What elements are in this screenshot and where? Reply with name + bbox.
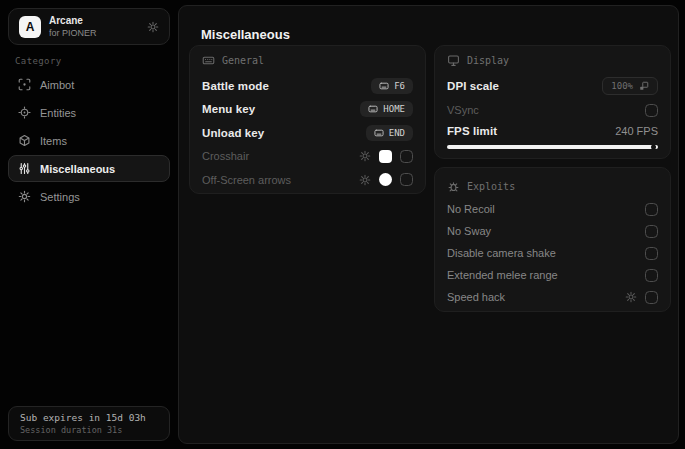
vsync-label: VSync bbox=[447, 104, 479, 116]
extended-melee-range-checkbox[interactable] bbox=[645, 269, 658, 282]
sidebar-item-label: Entities bbox=[40, 107, 76, 119]
sidebar-item-items[interactable]: Items bbox=[8, 127, 170, 154]
speed-hack-row: Speed hack bbox=[447, 286, 658, 308]
no-recoil-checkbox[interactable] bbox=[645, 203, 658, 216]
offscreen-arrows-color-swatch[interactable] bbox=[379, 173, 392, 186]
offscreen-arrows-row: Off-Screen arrows bbox=[202, 168, 413, 192]
display-card-header: Display bbox=[447, 46, 658, 74]
bug-icon bbox=[447, 180, 460, 193]
sidebar-item-label: Miscellaneous bbox=[40, 163, 115, 175]
keybind-value: END bbox=[389, 128, 405, 138]
gear-icon[interactable] bbox=[359, 174, 371, 186]
vsync-row: VSync bbox=[447, 98, 658, 122]
fps-limit-label: FPS limit bbox=[447, 125, 497, 137]
page-title: Miscellaneous bbox=[201, 27, 290, 42]
crosshair-label: Crosshair bbox=[202, 150, 249, 162]
no-recoil-row: No Recoil bbox=[447, 198, 658, 220]
gear-icon[interactable] bbox=[147, 21, 159, 33]
dpi-scale-row: DPI scale 100% bbox=[447, 74, 658, 98]
slider-knob[interactable] bbox=[651, 145, 656, 150]
display-card: Display DPI scale 100% VSync FPS bbox=[434, 45, 671, 159]
battle-mode-row: Battle mode F6 bbox=[202, 74, 413, 98]
crosshair-scan-icon bbox=[18, 78, 31, 91]
no-sway-row: No Sway bbox=[447, 220, 658, 242]
unload-key-row: Unload key END bbox=[202, 121, 413, 145]
no-recoil-label: No Recoil bbox=[447, 203, 495, 215]
scale-icon bbox=[639, 81, 649, 91]
general-card-title: General bbox=[222, 55, 264, 66]
crosshair-checkbox[interactable] bbox=[400, 150, 413, 163]
brand-text: Arcane for PIONER bbox=[49, 15, 97, 38]
sub-expiry-text: Sub expires in 15d 03h bbox=[20, 412, 158, 423]
unload-key-label: Unload key bbox=[202, 127, 264, 139]
sidebar-nav: Aimbot Entities bbox=[8, 71, 170, 211]
app-name: Arcane bbox=[49, 15, 97, 26]
gear-icon[interactable] bbox=[625, 291, 637, 303]
no-sway-label: No Sway bbox=[447, 225, 491, 237]
menu-key-keybind[interactable]: HOME bbox=[360, 101, 413, 117]
gear-icon[interactable] bbox=[359, 150, 371, 162]
key-icon bbox=[379, 81, 389, 91]
brand-card: A Arcane for PIONER bbox=[8, 8, 170, 45]
display-card-title: Display bbox=[467, 55, 509, 66]
logo-letter: A bbox=[26, 20, 35, 34]
sidebar: A Arcane for PIONER Category bbox=[0, 0, 178, 449]
exploits-card: Exploits No Recoil No Sway Disable camer… bbox=[434, 167, 671, 312]
disable-camera-shake-checkbox[interactable] bbox=[645, 247, 658, 260]
cube-icon bbox=[18, 134, 31, 147]
sidebar-item-miscellaneous[interactable]: Miscellaneous bbox=[8, 155, 170, 182]
fps-limit-row: FPS limit 240 FPS bbox=[447, 122, 658, 140]
key-icon bbox=[368, 104, 378, 114]
no-sway-checkbox[interactable] bbox=[645, 225, 658, 238]
sidebar-item-settings[interactable]: Settings bbox=[8, 183, 170, 210]
dpi-scale-value: 100% bbox=[611, 81, 633, 91]
crosshair-color-swatch[interactable] bbox=[379, 150, 392, 163]
offscreen-arrows-label: Off-Screen arrows bbox=[202, 174, 291, 186]
fps-limit-value: 240 FPS bbox=[615, 125, 658, 137]
radar-icon bbox=[18, 106, 31, 119]
battle-mode-keybind[interactable]: F6 bbox=[371, 78, 413, 94]
keybind-value: HOME bbox=[383, 104, 405, 114]
menu-key-label: Menu key bbox=[202, 103, 255, 115]
keybind-value: F6 bbox=[394, 81, 405, 91]
vsync-checkbox[interactable] bbox=[645, 104, 658, 117]
disable-camera-shake-label: Disable camera shake bbox=[447, 247, 556, 259]
exploits-card-title: Exploits bbox=[467, 181, 515, 192]
exploits-card-header: Exploits bbox=[447, 168, 658, 198]
subscription-card: Sub expires in 15d 03h Session duration … bbox=[8, 406, 170, 441]
sidebar-item-label: Settings bbox=[40, 191, 80, 203]
speed-hack-checkbox[interactable] bbox=[645, 291, 658, 304]
crosshair-row: Crosshair bbox=[202, 145, 413, 169]
app-subtitle: for PIONER bbox=[49, 28, 97, 38]
general-card-header: General bbox=[202, 46, 413, 74]
gear-icon bbox=[18, 190, 31, 203]
arcane-logo: A bbox=[19, 16, 41, 38]
dpi-scale-select[interactable]: 100% bbox=[602, 77, 658, 95]
extended-melee-range-label: Extended melee range bbox=[447, 269, 558, 281]
extended-melee-range-row: Extended melee range bbox=[447, 264, 658, 286]
key-icon bbox=[374, 128, 384, 138]
arcane-window: A Arcane for PIONER Category bbox=[0, 0, 685, 449]
dpi-scale-label: DPI scale bbox=[447, 80, 499, 92]
monitor-icon bbox=[447, 54, 460, 67]
disable-camera-shake-row: Disable camera shake bbox=[447, 242, 658, 264]
battle-mode-label: Battle mode bbox=[202, 80, 269, 92]
sidebar-item-entities[interactable]: Entities bbox=[8, 99, 170, 126]
sidebar-item-aimbot[interactable]: Aimbot bbox=[8, 71, 170, 98]
unload-key-keybind[interactable]: END bbox=[366, 125, 413, 141]
sliders-icon bbox=[18, 162, 31, 175]
general-card: General Battle mode F6 Menu key bbox=[189, 45, 426, 194]
sidebar-item-label: Items bbox=[40, 135, 67, 147]
main-panel: Miscellaneous General Battle mode bbox=[178, 5, 679, 444]
sidebar-item-label: Aimbot bbox=[40, 79, 74, 91]
fps-limit-slider[interactable] bbox=[447, 145, 658, 149]
menu-key-row: Menu key HOME bbox=[202, 98, 413, 122]
session-duration-text: Session duration 31s bbox=[20, 425, 158, 435]
offscreen-arrows-checkbox[interactable] bbox=[400, 173, 413, 186]
keyboard-icon bbox=[202, 54, 215, 67]
category-label: Category bbox=[15, 56, 62, 66]
speed-hack-label: Speed hack bbox=[447, 291, 505, 303]
